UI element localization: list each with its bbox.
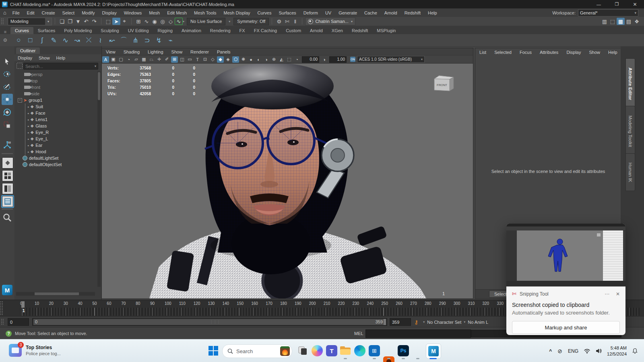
- live-surface-dropdown[interactable]: No Live Surface: [187, 18, 225, 25]
- undo-icon[interactable]: ↶: [82, 18, 90, 25]
- shelf-tab[interactable]: Animation: [177, 27, 206, 34]
- animation-start-field[interactable]: 0: [8, 318, 29, 326]
- exposure-icon[interactable]: ◔: [293, 56, 300, 63]
- viewport-menu-item[interactable]: Shading: [120, 49, 144, 54]
- make-live-icon[interactable]: ∿: [175, 18, 183, 25]
- open-scene-icon[interactable]: ❐: [66, 18, 74, 25]
- volume-icon[interactable]: [596, 348, 602, 354]
- shelf-tab[interactable]: FX: [235, 27, 250, 34]
- paint-select-tool-button[interactable]: [2, 81, 13, 92]
- outliner-menu-item[interactable]: Show: [35, 56, 53, 60]
- app-icon-orange-app[interactable]: [383, 356, 394, 362]
- image-plane-icon[interactable]: ▦: [140, 56, 147, 63]
- viewport-menu-item[interactable]: Renderer: [186, 49, 213, 54]
- collapse-expander-icon[interactable]: −: [18, 98, 22, 103]
- menu-item[interactable]: Generate: [335, 10, 361, 15]
- timeline-playhead[interactable]: [21, 301, 25, 308]
- offset-curve-icon[interactable]: ⊃: [141, 35, 153, 45]
- chevron-down-icon[interactable]: ▾: [423, 320, 425, 324]
- snap-view-plane-icon[interactable]: ◇: [167, 18, 175, 25]
- menu-item[interactable]: Arnold: [381, 10, 401, 15]
- outliner-item-mesh[interactable]: ● ❖ Suit: [14, 103, 97, 110]
- menu-item[interactable]: Surfaces: [275, 10, 299, 15]
- shelf-collapse-icon[interactable]: ≡: [0, 29, 10, 34]
- cv-curve-tool-icon[interactable]: ∿: [60, 35, 71, 45]
- shelf-tab[interactable]: FX Caching: [250, 27, 281, 34]
- tray-pen-status-icon[interactable]: ⊘: [557, 348, 562, 354]
- wifi-icon[interactable]: [584, 349, 590, 354]
- sidebar-toggle-layers-icon[interactable]: ▤: [625, 18, 633, 25]
- app-icon-maya-active[interactable]: M: [426, 343, 441, 359]
- new-scene-icon[interactable]: ❏: [58, 18, 66, 25]
- shaded-icon[interactable]: ◆: [217, 56, 224, 63]
- select-hierarchy-icon[interactable]: ⬚: [104, 18, 112, 25]
- more-options-icon[interactable]: ⋯: [605, 291, 610, 297]
- motion-blur-icon[interactable]: ◑: [263, 56, 270, 63]
- sidebar-toggle-tool-icon[interactable]: ⬚: [609, 18, 617, 25]
- insert-knot-icon[interactable]: ↯: [153, 35, 165, 45]
- 2d-pan-zoom-icon[interactable]: ✛: [156, 56, 163, 63]
- sidebar-toggle-channels-icon[interactable]: ▦: [617, 18, 625, 25]
- sidebar-toggle-attributes-icon[interactable]: ▥: [601, 18, 609, 25]
- tab-human-ik[interactable]: Human IK: [625, 153, 635, 191]
- clock[interactable]: 5:48 AM 12/5/2024: [607, 345, 627, 357]
- shelf-tab[interactable]: Custom: [281, 27, 305, 34]
- menu-item[interactable]: Mesh: [145, 10, 163, 15]
- gate-mask-icon[interactable]: T: [194, 56, 201, 63]
- cross-curves-icon[interactable]: ⤫: [83, 35, 95, 45]
- snap-point-icon[interactable]: ◉: [151, 18, 159, 25]
- menu-item[interactable]: Mesh Display: [220, 10, 254, 15]
- detach-curves-icon[interactable]: ↜: [106, 35, 118, 45]
- home-icon[interactable]: ⌂: [3, 10, 6, 16]
- chevron-down-icon[interactable]: ▾: [464, 320, 465, 324]
- move-tool-button[interactable]: [2, 94, 13, 105]
- shelf-tab[interactable]: Arnold: [305, 27, 327, 34]
- snap-curve-icon[interactable]: ∿: [142, 18, 151, 25]
- outliner-item-camera[interactable]: top: [14, 78, 97, 84]
- range-slider-track[interactable]: 0 ⋮⋮⋮ 359: [32, 318, 387, 326]
- menu-item[interactable]: Create: [38, 10, 59, 15]
- greasepencil-icon[interactable]: ✐: [163, 56, 170, 63]
- outliner-item-mesh[interactable]: ● ❖ Face: [14, 110, 97, 116]
- field-chart-icon[interactable]: ⊡: [202, 56, 208, 63]
- toolbar-grip[interactable]: [1, 18, 4, 25]
- shelf-tab[interactable]: Rigging: [153, 27, 177, 34]
- anim-layer-dropdown[interactable]: No Anim L: [468, 320, 488, 325]
- ep-curve-tool-icon[interactable]: ʃ: [36, 35, 48, 45]
- shelf-tab[interactable]: Poly Modeling: [60, 27, 96, 34]
- app-icon-photoshop[interactable]: Ps: [398, 345, 409, 356]
- mel-label[interactable]: MEL: [354, 331, 363, 336]
- attribute-panel-menu-item[interactable]: Help: [604, 50, 621, 55]
- viewport-menu-item[interactable]: Panels: [213, 49, 235, 54]
- outliner-menu-item[interactable]: Help: [53, 56, 69, 60]
- layout-four-pane-button[interactable]: [2, 170, 13, 181]
- shelf-tab[interactable]: UV Editing: [124, 27, 153, 34]
- app-icon-task-view[interactable]: [297, 345, 308, 356]
- magnifier-icon[interactable]: [2, 212, 13, 223]
- outliner-item-camera[interactable]: persp: [14, 71, 97, 78]
- start-button[interactable]: [208, 346, 218, 356]
- curve-fillet-icon[interactable]: ⌁: [165, 35, 176, 45]
- colorspace-dropdown[interactable]: ACES 1.0 SDR-video (sRGB) ▾: [357, 56, 425, 63]
- menu-item[interactable]: Select: [59, 10, 78, 15]
- close-button[interactable]: ✕: [626, 0, 644, 8]
- menu-item[interactable]: File: [9, 10, 23, 15]
- screenshot-thumbnail[interactable]: [506, 224, 625, 287]
- range-end-handle[interactable]: [384, 319, 386, 325]
- menu-item[interactable]: Cache: [361, 10, 381, 15]
- menu-item[interactable]: Modify: [78, 10, 98, 15]
- chevron-down-icon[interactable]: ▾: [183, 20, 184, 23]
- view-cube[interactable]: FRONT: [431, 72, 457, 95]
- outliner-vertical-scrollbar[interactable]: [97, 71, 101, 287]
- outliner-item-group[interactable]: − ➤ group1: [14, 97, 97, 103]
- range-handle-dots[interactable]: ⋮⋮⋮: [210, 320, 221, 324]
- menu-item[interactable]: Mesh Tools: [190, 10, 220, 15]
- outliner-horizontal-scrollbar[interactable]: [16, 292, 95, 296]
- menu-item[interactable]: Deform: [300, 10, 322, 15]
- lighting-all-icon[interactable]: ❋: [240, 56, 247, 63]
- markup-and-share-button[interactable]: Markup and share: [512, 321, 620, 334]
- exposure-field[interactable]: 0.00: [302, 56, 319, 63]
- user-account-dropdown[interactable]: Chatrin Saman... ▾: [305, 17, 355, 25]
- tool-context-icon[interactable]: A: [102, 56, 109, 63]
- attribute-panel-menu-item[interactable]: List: [475, 50, 490, 55]
